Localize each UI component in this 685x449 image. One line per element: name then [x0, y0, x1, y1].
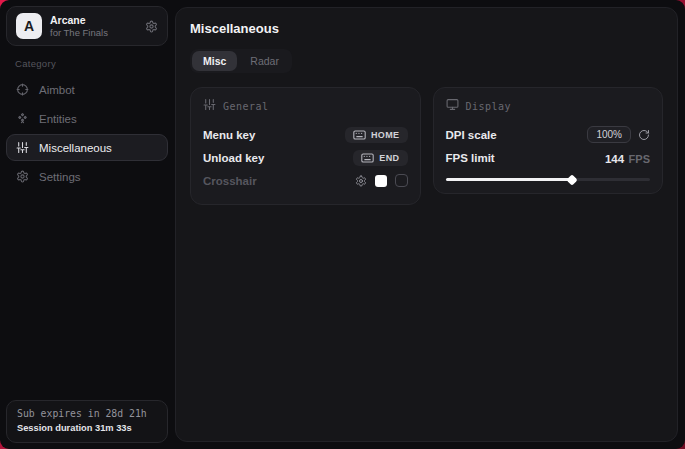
menu-key-row: Menu key HOME: [203, 123, 408, 146]
dpi-scale-row: DPI scale 100%: [446, 123, 651, 146]
crosshair-controls: [355, 174, 408, 187]
general-card-title: General: [223, 101, 269, 112]
crosshair-color-swatch[interactable]: [375, 175, 387, 187]
sidebar-item-miscellaneous[interactable]: Miscellaneous: [6, 134, 168, 161]
crosshair-icon: [16, 83, 29, 96]
crosshair-row: Crosshair: [203, 169, 408, 192]
dpi-value-badge[interactable]: 100%: [587, 126, 631, 143]
tab-radar[interactable]: Radar: [239, 51, 290, 71]
refresh-icon[interactable]: [638, 129, 650, 141]
tab-group: Misc Radar: [190, 49, 292, 73]
keyboard-icon: [353, 130, 366, 140]
page-title: Miscellaneous: [190, 21, 663, 36]
display-card-title: Display: [466, 101, 512, 112]
gear-icon: [16, 170, 29, 183]
session-duration-text: Session duration 31m 33s: [17, 422, 157, 435]
sidebar-item-aimbot[interactable]: Aimbot: [6, 76, 168, 103]
general-card-header: General: [203, 97, 408, 115]
slider-fill: [446, 178, 573, 181]
dpi-controls: 100%: [587, 126, 650, 143]
gear-icon[interactable]: [355, 175, 367, 187]
sidebar-item-entities[interactable]: Entities: [6, 105, 168, 132]
fps-limit-value: 144 FPS: [605, 149, 650, 167]
app-title: Arcane: [50, 14, 108, 27]
slider-thumb[interactable]: [567, 174, 578, 185]
general-card: General Menu key HOME Unload key: [190, 87, 421, 205]
sidebar-item-label: Settings: [39, 171, 81, 183]
fps-unit: FPS: [629, 153, 650, 165]
tab-misc[interactable]: Misc: [192, 51, 237, 71]
entities-icon: [16, 112, 29, 125]
cards-row: General Menu key HOME Unload key: [190, 87, 663, 205]
sidebar-item-settings[interactable]: Settings: [6, 163, 168, 190]
sidebar-item-label: Aimbot: [39, 84, 75, 96]
app-window: A Arcane for The Finals Category Aimbot: [0, 0, 685, 449]
unload-key-value: END: [379, 153, 399, 163]
fps-limit-slider[interactable]: [446, 178, 651, 181]
sub-expiry-text: Sub expires in 28d 21h: [17, 407, 157, 422]
menu-key-bind-button[interactable]: HOME: [345, 127, 408, 143]
keyboard-icon: [361, 153, 374, 163]
crosshair-checkbox[interactable]: [395, 174, 408, 187]
fps-limit-row: FPS limit 144 FPS: [446, 146, 651, 169]
app-header-card: A Arcane for The Finals: [6, 6, 168, 46]
unload-key-bind-button[interactable]: END: [353, 150, 407, 166]
main-panel: Miscellaneous Misc Radar General Menu ke…: [175, 7, 678, 442]
sidebar-item-label: Entities: [39, 113, 77, 125]
unload-key-label: Unload key: [203, 152, 264, 164]
crosshair-label: Crosshair: [203, 175, 257, 187]
gear-icon[interactable]: [145, 20, 158, 33]
fps-number: 144: [605, 153, 624, 165]
menu-key-label: Menu key: [203, 129, 255, 141]
sidebar-item-label: Miscellaneous: [39, 142, 112, 154]
category-label: Category: [6, 46, 168, 76]
app-logo: A: [16, 13, 42, 39]
menu-key-value: HOME: [371, 130, 400, 140]
fps-limit-label: FPS limit: [446, 152, 495, 164]
sliders-icon: [203, 97, 216, 115]
unload-key-row: Unload key END: [203, 146, 408, 169]
sidebar: A Arcane for The Finals Category Aimbot: [0, 0, 174, 449]
dpi-scale-label: DPI scale: [446, 129, 497, 141]
subscription-status-card: Sub expires in 28d 21h Session duration …: [6, 400, 168, 443]
app-subtitle: for The Finals: [50, 27, 108, 39]
display-card-header: Display: [446, 97, 651, 115]
monitor-icon: [446, 97, 459, 115]
sliders-icon: [16, 141, 29, 154]
app-identity: Arcane for The Finals: [50, 14, 108, 39]
sidebar-nav: Aimbot Entities Miscellaneous Settings: [6, 76, 168, 190]
display-card: Display DPI scale 100% FPS limit 144: [433, 87, 664, 194]
